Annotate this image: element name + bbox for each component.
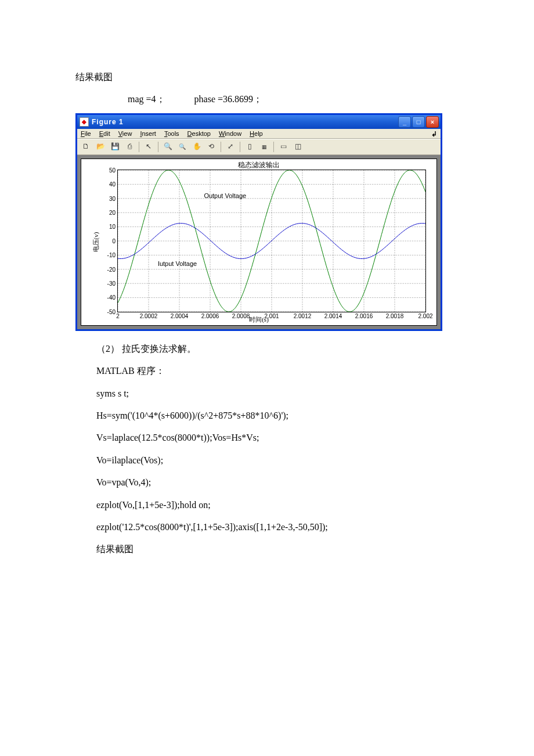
titlebar: ◆ Figure 1 _ □ × (77, 115, 441, 129)
zoom-in-icon[interactable]: 🔍 (161, 141, 174, 153)
y-tick-label: -40 (92, 294, 118, 301)
datacursor-icon[interactable]: ⤢ (224, 141, 237, 153)
x-tick-label: 2.001 (264, 312, 279, 319)
x-tick-label: 2 (116, 312, 120, 319)
matlab-program-label: MATLAB 程序： (75, 362, 459, 380)
phase-value: phase =36.8699； (194, 94, 262, 104)
toolbar: 🗋 📂 💾 ⎙ ↖ 🔍 🔍 ✋ ⟲ ⤢ ▯ ▦ ▭ ◫ (77, 139, 441, 155)
zoom-out-icon[interactable]: 🔍 (176, 141, 189, 153)
open-icon[interactable]: 📂 (94, 141, 107, 153)
save-icon[interactable]: 💾 (109, 141, 121, 153)
y-tick-label: -30 (92, 280, 118, 286)
pan-icon[interactable]: ✋ (190, 141, 203, 153)
matlab-icon: ◆ (80, 117, 89, 127)
code-line: Vs=laplace(12.5*cos(8000*t));Vos=Hs*Vs; (75, 429, 459, 447)
x-tick-label: 2.0002 (140, 312, 158, 319)
menu-view[interactable]: View (118, 130, 132, 137)
x-tick-label: 2.0014 (324, 312, 342, 319)
menubar: File Edit View Insert Tools Desktop Wind… (77, 129, 441, 139)
menu-edit[interactable]: Edit (99, 130, 110, 137)
values-line: mag =4； phase =36.8699； (75, 91, 459, 108)
menu-insert[interactable]: Insert (140, 130, 156, 137)
minimize-button[interactable]: _ (398, 116, 411, 128)
menu-window[interactable]: Window (219, 130, 241, 137)
rotate-icon[interactable]: ⟲ (205, 141, 218, 153)
insert-colorbar-icon[interactable]: ▯ (243, 141, 256, 153)
section-2: （2） 拉氏变换法求解。 (75, 340, 459, 358)
y-tick-label: 30 (92, 195, 118, 201)
y-tick-label: 50 (92, 167, 118, 173)
close-button[interactable]: × (426, 116, 439, 128)
menu-dock-icon[interactable]: ↲ (431, 130, 437, 138)
x-tick-label: 2.0016 (355, 312, 373, 319)
x-tick-label: 2.0004 (171, 312, 189, 319)
print-icon[interactable]: ⎙ (123, 141, 136, 153)
code-line: Vo=ilaplace(Vos); (75, 452, 459, 469)
y-tick-label: 20 (92, 209, 118, 215)
results-heading: 结果截图 (75, 69, 459, 86)
figure-canvas: 稳态滤波输出 电压(v) 时间(s) Output Voltage Iutput… (77, 155, 441, 329)
axes-container: 稳态滤波输出 电压(v) 时间(s) Output Voltage Iutput… (81, 159, 437, 326)
x-tick-label: 2.0006 (201, 312, 219, 319)
maximize-button[interactable]: □ (412, 116, 425, 128)
y-tick-label: 0 (92, 237, 118, 244)
annotation-input: Iutput Voltage (158, 260, 197, 267)
matlab-figure-window: ◆ Figure 1 _ □ × File Edit View Insert T… (75, 113, 442, 331)
x-tick-label: 2.002 (418, 312, 432, 319)
y-tick-label: 40 (92, 181, 118, 188)
code-line: Hs=sym('(10^4*(s+6000))/(s^2+875*s+88*10… (75, 407, 459, 424)
chart-title: 稳态滤波输出 (81, 160, 436, 170)
y-tick-label: -50 (92, 308, 118, 315)
code-line: ezplot('12.5*cos(8000*t)',[1,1+5e-3]);ax… (75, 519, 459, 536)
mag-value: mag =4； (128, 94, 165, 104)
y-tick-label: -10 (92, 252, 118, 258)
menu-file[interactable]: File (81, 130, 91, 137)
x-tick-label: 2.0012 (294, 312, 312, 319)
hide-plot-tools-icon[interactable]: ▭ (277, 141, 290, 153)
arrow-icon[interactable]: ↖ (142, 141, 155, 153)
results-heading-2: 结果截图 (75, 541, 459, 558)
data-curves (118, 170, 425, 312)
show-plot-tools-icon[interactable]: ◫ (291, 141, 304, 153)
annotation-output: Output Voltage (204, 192, 246, 199)
window-title: Figure 1 (92, 118, 124, 126)
x-axis-label: 时间(s) (81, 315, 436, 324)
insert-legend-icon[interactable]: ▦ (258, 141, 270, 153)
menu-tools[interactable]: Tools (164, 130, 179, 137)
y-tick-label: -20 (92, 266, 118, 272)
x-tick-label: 2.0018 (386, 312, 404, 319)
x-tick-label: 2.0008 (232, 312, 250, 319)
axes[interactable]: Output Voltage Iutput Voltage -50-40-30-… (117, 170, 426, 312)
code-line: ezplot(Vo,[1,1+5e-3]);hold on; (75, 496, 459, 514)
menu-desktop[interactable]: Desktop (187, 130, 211, 137)
new-icon[interactable]: 🗋 (80, 141, 92, 153)
code-line: Vo=vpa(Vo,4); (75, 474, 459, 491)
menu-help[interactable]: Help (250, 130, 263, 137)
y-tick-label: 10 (92, 224, 118, 230)
code-line: syms s t; (75, 385, 459, 402)
